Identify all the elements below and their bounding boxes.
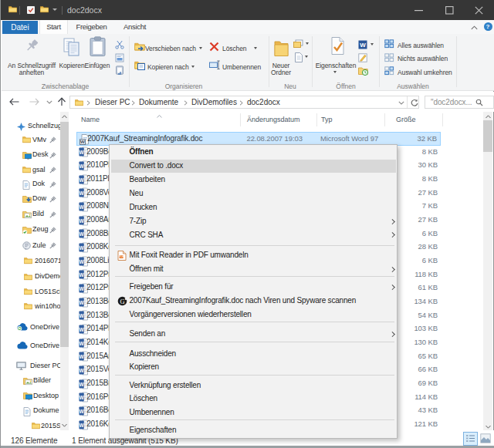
svg-text:W: W — [80, 313, 85, 318]
svg-text:PDF: PDF — [118, 255, 124, 258]
svg-text:W: W — [360, 42, 366, 49]
svg-text:G: G — [120, 298, 124, 305]
svg-text:W: W — [80, 258, 85, 264]
svg-text:W: W — [80, 368, 85, 373]
svg-text:W: W — [80, 150, 85, 155]
svg-text:W: W — [80, 422, 85, 427]
svg-text:W: W — [80, 163, 85, 169]
svg-text:W: W — [80, 139, 85, 144]
svg-text:W: W — [80, 354, 85, 359]
svg-text:W: W — [80, 299, 85, 305]
svg-text:W: W — [80, 272, 85, 278]
svg-text:W: W — [80, 395, 85, 400]
svg-text:W: W — [80, 231, 85, 237]
svg-text:W: W — [80, 327, 85, 332]
svg-text:W: W — [80, 204, 85, 210]
svg-text:W: W — [80, 381, 85, 386]
svg-text:W: W — [80, 177, 85, 182]
svg-text:W: W — [80, 340, 85, 345]
svg-text:W: W — [80, 409, 85, 414]
svg-text:W: W — [80, 245, 85, 251]
svg-text:W: W — [80, 217, 85, 223]
svg-text:W: W — [80, 190, 85, 196]
svg-text:W: W — [80, 286, 85, 291]
